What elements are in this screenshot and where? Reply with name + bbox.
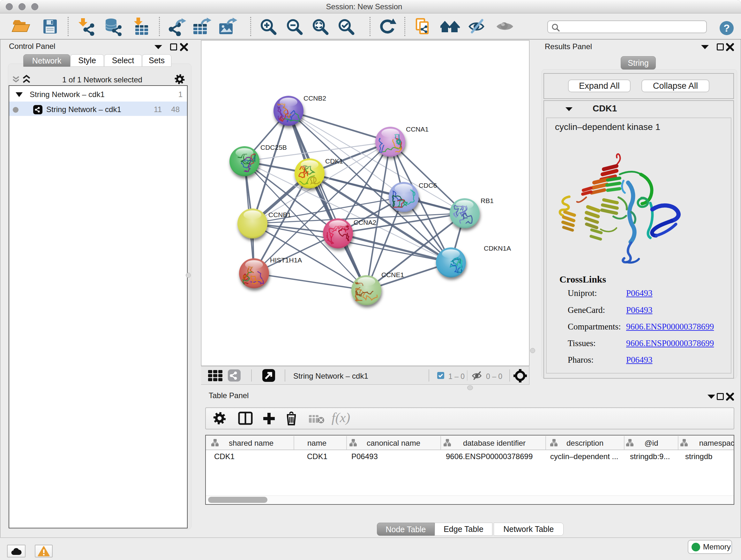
svg-text:CDC6: CDC6	[419, 182, 437, 189]
svg-text:?: ?	[724, 22, 730, 34]
svg-text:CCNA1: CCNA1	[406, 125, 428, 133]
svg-text:RB1: RB1	[481, 197, 494, 204]
svg-text:CCNE1: CCNE1	[381, 271, 404, 278]
svg-text:CCNA2: CCNA2	[354, 219, 376, 226]
svg-text:CDK1: CDK1	[325, 158, 343, 165]
svg-text:CCNB2: CCNB2	[304, 95, 326, 102]
svg-text:HIST1H1A: HIST1H1A	[270, 256, 302, 264]
svg-text:CDKN1A: CDKN1A	[484, 245, 511, 252]
svg-text:CDC25B: CDC25B	[260, 144, 287, 151]
svg-text:CCNB1: CCNB1	[268, 211, 291, 219]
